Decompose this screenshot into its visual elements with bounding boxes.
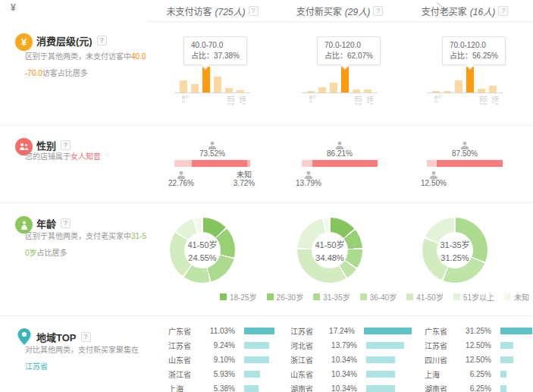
tooltip-share: 占比：37.38% [191,51,240,61]
legend-label: 36-40岁 [370,291,397,303]
axis-tick-label: 160.0以上 [365,96,373,105]
help-icon[interactable]: ? [498,6,508,16]
help-icon[interactable]: ? [249,6,259,16]
region-name: 湖南省 [425,383,456,392]
bar [191,84,199,93]
region-row: 广东省11.03% [168,324,290,338]
unknown-segment [247,160,250,167]
region-name: 上海 [425,368,456,380]
legend-label: 未知 [514,291,529,303]
region-row: 湖南省6.25% [425,381,533,392]
section-title-region: 地域TOP ? [36,331,91,343]
female-percent: 87.50% [427,149,503,158]
region-bar [500,371,506,378]
region-percent: 9.24% [200,341,235,350]
help-icon[interactable]: ? [61,218,71,228]
male-icon [177,169,186,178]
help-icon[interactable]: ? [81,332,91,342]
region-name: 四川省 [425,354,456,365]
section-title-text: 消费层级(元) [36,33,92,48]
bar [432,91,440,93]
bar [318,87,326,93]
region-name: 浙江省 [168,368,200,380]
bar-highlighted [202,67,210,93]
help-icon[interactable]: ? [97,36,107,45]
column-label: 支付新买家 [296,5,342,17]
unknown-label: 未知 [227,168,261,180]
region-bar [500,356,513,363]
axis-tick-label: 0-40.0 [181,96,189,103]
section-title-age: 年龄 ? [36,217,71,229]
audience-insight-dashboard: ¥ 未支付访客(725人) ? 支付新买家(29人) ? 支付老买家(16人) … [0,0,533,392]
region-row: 山东省10.34% [290,367,412,381]
region-row: 上海6.25% [425,367,533,381]
legend-item: 36-40岁 [360,291,397,303]
region-list-unpaid: 广东省11.03%江苏省9.24%山东省9.10%浙江省5.93%上海5.38% [168,324,290,392]
female-icon [335,140,344,149]
chart-tooltip: 40.0-70.0 占比：37.38% [183,36,247,65]
region-percent: 6.25% [456,370,491,378]
column-count: (725人) [215,5,246,17]
legend-item: 26-30岁 [267,291,304,303]
consumption-chart-unpaid: 0-40.0120.0-160.0160.0以上 [180,67,244,93]
region-percent: 10.34% [322,370,357,378]
consumption-chart-repeat-buyers: 0-40.0120.0-160.0160.0以上 [432,67,497,93]
axis-tick-label: 160.0以上 [238,96,246,105]
region-bar [364,328,412,334]
male-icon [429,169,438,178]
tooltip-range: 70.0-120.0 [450,40,498,51]
region-bar [366,385,395,392]
x-axis [427,93,503,93]
legend-label: 26-30岁 [277,291,304,303]
region-percent: 11.03% [200,327,235,335]
female-segment [437,160,503,167]
region-percent: 5.93% [200,370,235,378]
region-row: 江苏省17.24% [290,324,412,338]
axis-tick-label: 160.0以上 [491,96,498,105]
region-name: 湖南省 [290,383,322,392]
chart-tooltip: 70.0-120.0 占比：62.07% [317,36,381,65]
region-bar [244,328,274,334]
bar [353,89,360,93]
bar [330,83,337,93]
legend-label: 31-35岁 [323,291,350,303]
divider [0,315,533,316]
region-percent: 10.34% [322,384,357,392]
region-percent: 5.38% [200,384,235,392]
age-description: 区别于其他两类，支付老买家中31-50岁占比居多 [25,228,148,262]
donut-top-share: 34.48% [315,253,343,262]
bar-highlighted [466,67,474,93]
bar [180,80,187,93]
bar-highlighted [341,67,349,93]
legend-swatch [313,293,320,300]
tooltip-share: 占比：56.25% [450,51,498,61]
consumption-chart-new-buyers: 0-40.0120.0-160.0160.0以上 [307,67,372,93]
column-label: 支付老买家 [422,5,467,17]
region-bar [500,328,532,334]
legend-label: 51岁以上 [463,291,494,303]
donut-center-label: 41-50岁 24.55% [170,218,235,283]
yen-glyph-partial: ¥ [11,2,16,13]
divider [148,21,533,22]
female-percent: 73.52% [174,149,250,158]
region-name: 上海 [168,383,200,392]
donut-center-label: 31-35岁 31.25% [422,218,488,283]
male-percent: 13.79% [287,179,331,187]
bar [307,91,315,93]
donut-top-age-group: 31-35岁 [440,238,469,250]
legend-item: 未知 [504,291,529,303]
region-bar [366,371,395,378]
legend-swatch [504,293,511,300]
region-bar [244,356,269,363]
male-icon [304,169,313,178]
column-header-unpaid-visitors: 未支付访客(725人) ? [148,4,277,17]
help-icon[interactable]: ? [373,6,383,16]
column-header-repeat-buyers: 支付老买家(16人) ? [400,4,529,17]
legend-swatch [360,293,367,300]
gender-description: 您的店铺属于女人知音 [25,149,169,165]
bar [225,88,233,93]
region-name: 河北省 [290,340,322,351]
region-name: 浙江省 [290,354,322,365]
region-name: 广东省 [425,325,456,337]
x-axis [174,93,250,93]
